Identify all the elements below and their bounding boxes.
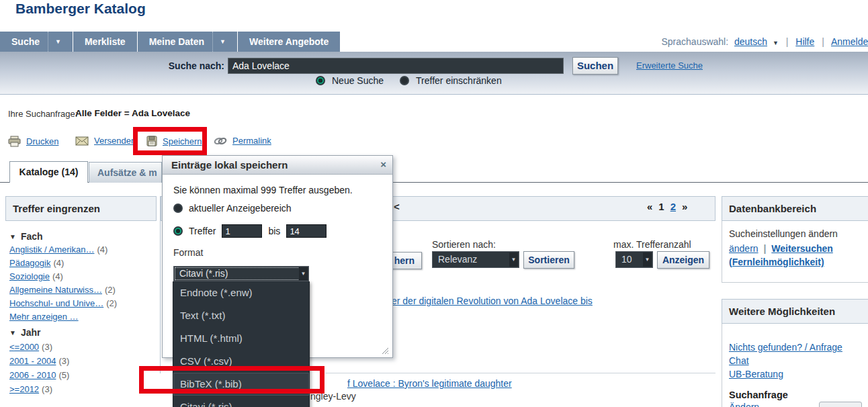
format-select[interactable]: Citavi (*.ris) ▼: [173, 266, 309, 281]
chevron-down-icon[interactable]: ▼: [773, 40, 779, 46]
nav-item-merkliste-label: Merkliste: [85, 32, 126, 52]
hits-radio-row: Treffer bis: [173, 224, 327, 238]
sort-select-value: Relevanz: [438, 254, 477, 265]
radio-hits-range[interactable]: [173, 226, 183, 236]
show-button[interactable]: Anzeigen: [657, 251, 709, 269]
save-dialog-header[interactable]: Einträge lokal speichern ×: [163, 156, 392, 175]
print-label: Drucken: [26, 136, 58, 146]
facet-link: 2006 - 2010(5): [9, 370, 69, 380]
tab-aufsaetze[interactable]: Aufsätze & m: [89, 162, 162, 183]
facet-year-ge2012[interactable]: >=2012: [9, 384, 39, 394]
chevron-down-icon[interactable]: ▼: [509, 253, 518, 267]
language-select[interactable]: deutsch: [734, 36, 767, 47]
radio-current-range-label: aktueller Anzeigebereich: [189, 203, 292, 214]
nav-item-meine-daten[interactable]: Meine Daten ▼: [138, 32, 238, 52]
hits-from-input[interactable]: [222, 224, 262, 238]
format-select-value: Citavi (*.ris): [179, 268, 228, 279]
sort-button[interactable]: Sortieren: [523, 251, 574, 269]
result-1-title-link[interactable]: er der digitalen Revolution von Ada Love…: [392, 296, 593, 306]
aendern-partial-link[interactable]: Ändern: [729, 402, 759, 407]
clipped-button-fragment[interactable]: [819, 402, 862, 407]
database-panel-header: Datenbankbereich: [722, 196, 868, 221]
facet-count: (4): [52, 271, 63, 281]
ub-beratung-link[interactable]: UB-Beratung: [729, 367, 783, 381]
permalink-action[interactable]: Permalink: [214, 136, 271, 146]
permalink-label: Permalink: [232, 136, 271, 146]
weitersuchen-link[interactable]: Weitersuchen: [771, 243, 833, 254]
tab-kataloge[interactable]: Kataloge (14): [9, 161, 88, 183]
facet-soziologie[interactable]: Soziologie: [9, 271, 50, 281]
facet-count: (3): [42, 384, 52, 394]
pagination-page-1-current: 1: [658, 201, 664, 212]
facet-mehr-anzeigen[interactable]: Mehr anzeigen …: [9, 312, 79, 322]
pagination-page-2[interactable]: 2: [670, 201, 676, 212]
triangle-collapse-icon[interactable]: ▼: [9, 329, 16, 336]
result-2-title-link[interactable]: f Lovelace : Byron's legitimate daughter: [347, 378, 512, 389]
chevron-down-icon[interactable]: ▼: [48, 32, 61, 52]
divider: |: [786, 36, 789, 47]
facet-paedagogik[interactable]: Pädagogik: [9, 258, 50, 268]
nav-item-merkliste[interactable]: Merkliste: [73, 32, 138, 52]
print-action[interactable]: Drucken: [8, 136, 58, 147]
facet-count: (5): [58, 370, 69, 380]
chat-link[interactable]: Chat: [729, 354, 749, 367]
nav-item-weitere-angebote[interactable]: Weitere Angebote: [238, 32, 341, 52]
resize-handle-icon[interactable]: [380, 346, 389, 355]
nav-item-suche-label: Suche: [11, 32, 40, 52]
pagination-prev[interactable]: «: [647, 201, 652, 212]
radio-current-range[interactable]: [173, 204, 183, 213]
fernleih-link[interactable]: (Fernleihmöglichkeit): [729, 257, 824, 267]
pagination-next[interactable]: »: [682, 201, 687, 212]
refine-panel-header: Treffer eingrenzen: [5, 196, 157, 221]
format-option-endnote[interactable]: Endnote (*.enw): [173, 281, 309, 304]
chevron-down-icon[interactable]: ▼: [643, 253, 652, 267]
facet-year-le2000[interactable]: <=2000: [9, 342, 39, 352]
search-input[interactable]: [228, 58, 564, 74]
hits-to-input[interactable]: [286, 224, 327, 238]
facet-year-2001-2004[interactable]: 2001 - 2004: [9, 356, 56, 366]
triangle-collapse-icon[interactable]: ▼: [9, 233, 16, 240]
facet-year-2006-2010[interactable]: 2006 - 2010: [9, 370, 56, 380]
facet-link: >=2012(3): [9, 384, 52, 394]
send-action[interactable]: Versenden: [75, 136, 136, 146]
max-hits-select[interactable]: 10 ▼: [615, 251, 653, 268]
refine-section-fach-label: Fach: [21, 231, 43, 242]
advanced-search-link[interactable]: Erweiterte Suche: [636, 60, 703, 71]
facet-link: Pädagogik(4): [9, 258, 64, 268]
search-mode-radios: Neue Suche Treffer einschränken: [316, 75, 502, 86]
format-option-csv[interactable]: CSV (*.csv): [173, 350, 309, 373]
login-link[interactable]: Anmelden: [831, 36, 868, 47]
close-icon[interactable]: ×: [380, 159, 386, 170]
save-action[interactable]: Speichern: [146, 136, 202, 146]
radio-new-search[interactable]: [316, 76, 325, 85]
facet-count: (2): [106, 298, 117, 308]
facet-naturwiss[interactable]: Allgemeine Naturwiss…: [9, 285, 102, 295]
refine-section-jahr-label: Jahr: [21, 327, 41, 338]
aendern-link[interactable]: ändern: [729, 243, 758, 254]
nichts-gefunden-link[interactable]: Nichts gefunden? / Anfrage: [729, 341, 842, 354]
format-option-text[interactable]: Text (*.txt): [173, 304, 309, 327]
page-title: Bamberger Katalog: [15, 1, 146, 17]
format-label: Format: [173, 247, 203, 258]
facet-count: (3): [58, 356, 69, 366]
nav-item-weitere-angebote-label: Weitere Angebote: [249, 32, 329, 52]
search-settings-text: Sucheinstellungen ändern: [729, 228, 862, 239]
format-option-html[interactable]: HTML (*.html): [173, 327, 309, 350]
chevron-down-icon[interactable]: ▼: [299, 267, 308, 280]
search-label: Suche nach:: [165, 60, 224, 71]
refine-section-jahr[interactable]: ▼ Jahr: [9, 327, 40, 338]
radio-new-search-label: Neue Suche: [332, 75, 384, 86]
bis-label: bis: [268, 226, 280, 236]
max-hits-label: max. Trefferanzahl: [613, 239, 691, 250]
refine-section-fach[interactable]: ▼ Fach: [9, 231, 43, 242]
help-link[interactable]: Hilfe: [795, 36, 814, 47]
format-option-citavi[interactable]: Citavi (*.ris): [173, 396, 309, 407]
facet-anglistik[interactable]: Anglistik / Amerikan…: [9, 244, 94, 255]
nav-item-suche[interactable]: Suche ▼: [0, 32, 73, 52]
format-option-bibtex[interactable]: BibTeX (*.bib): [173, 373, 309, 396]
facet-hochschul[interactable]: Hochschul- und Unive…: [9, 298, 103, 308]
sort-select[interactable]: Relevanz ▼: [432, 251, 519, 268]
chevron-down-icon[interactable]: ▼: [212, 32, 226, 52]
search-button[interactable]: Suchen: [572, 57, 618, 75]
radio-narrow-results[interactable]: [400, 76, 409, 85]
